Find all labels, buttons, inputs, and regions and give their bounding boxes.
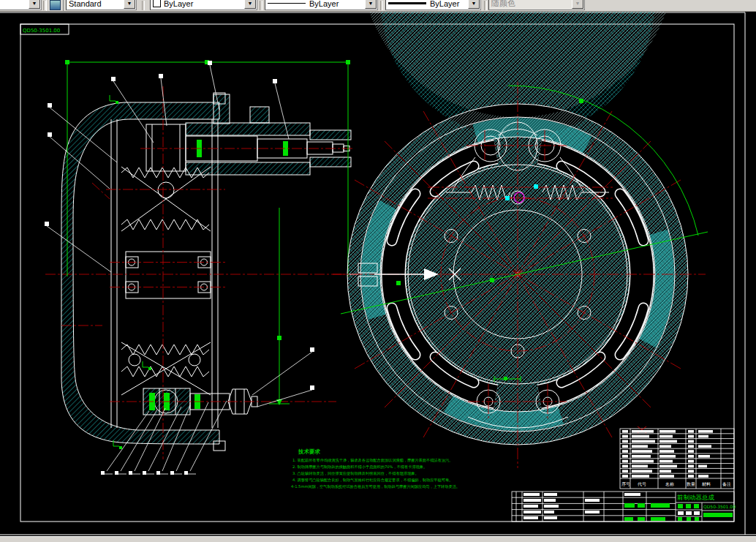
grip-cyan [534,184,538,189]
dropdown-arrow[interactable]: ▼ [365,0,377,9]
corner-label: QD50-3501.00 [23,28,60,34]
drum-front-view [333,0,708,468]
dropdown-arrow[interactable]: ▼ [468,0,480,9]
svg-text:2. 制动蹄摩擦片与制动鼓的接触面积不得小于总面积的70%，: 2. 制动蹄摩擦片与制动鼓的接触面积不得小于总面积的70%，不得有卡滞现象。 [292,464,427,470]
plotstyle-value: 随颜色 [491,0,515,9]
lineweight-value: ByLayer [430,0,459,8]
grip-cyan [505,196,510,200]
color-control-combo[interactable]: ByLayer ▼ [150,0,257,10]
dropdown-arrow[interactable]: ▼ [124,0,135,9]
toolbar: ▼ Standard ▼ ByLayer ▼ ByLayer ▼ ByLayer… [0,0,756,12]
bom-row-text-bars [622,430,713,478]
svg-text:3. 凸轮轴转动灵活，回位弹簧应使制动蹄及时彻底回位，不得有: 3. 凸轮轴转动灵活，回位弹簧应使制动蹄及时彻底回位，不得有阻滞现象。 [292,471,419,476]
drawing-title: 前制动器总成 [677,494,715,501]
plate-internals [121,167,211,395]
color-value: ByLayer [164,0,193,8]
svg-text:4-1.5mm间隙，空气制动系统经试验合格后方可使用，制动鼓: 4-1.5mm间隙，空气制动系统经试验合格后方可使用，制动鼓与摩擦片间隙应均匀，… [291,484,460,489]
svg-text:序号: 序号 [621,481,630,486]
color-swatch [153,0,161,7]
tech-notes: 技术要求 1. 装配前所有零件均须清洗干净，轴承及各运动配合面涂以润滑脂，摩擦片… [291,448,460,489]
title-block: 前制动器总成 QD50-3501.00 [512,492,736,522]
svg-text:技术要求: 技术要求 [298,448,321,455]
svg-text:4. 调整臂与凸轮轴配合良好，制动气室推杆行程应符合规定要求: 4. 调整臂与凸轮轴配合良好，制动气室推杆行程应符合规定要求，不得偏斜，制动应平… [292,478,453,483]
dropdown-arrow: ▼ [572,0,583,9]
dropdown-arrow[interactable]: ▼ [29,0,40,9]
drum-shell-section [61,102,219,444]
drawing-number: QD50-3501.00 [703,504,736,509]
left-section-view [45,60,360,475]
lineweight-combo[interactable]: ByLayer ▼ [385,0,481,10]
bom-table: 序号 代号 名称 数量 材料 备注 [620,426,734,489]
linetype-combo[interactable]: ByLayer ▼ [265,0,378,10]
dropdown-arrow[interactable]: ▼ [244,0,256,9]
table-style-icon [50,0,61,10]
status-bar [0,536,756,542]
plotstyle-combo: 随颜色 ▼ [488,0,585,10]
svg-text:代号: 代号 [637,481,646,486]
cad-application-window: { "toolbar": { "partial_combo_arrow": "▼… [0,0,756,542]
linetype-glyph [268,3,306,4]
svg-text:数量: 数量 [687,481,695,486]
text-style-manager-button[interactable] [46,0,64,12]
svg-text:名称: 名称 [665,481,674,487]
text-style-value: Standard [69,0,102,8]
text-style-combo[interactable]: Standard ▼ [66,0,137,10]
svg-text:备注: 备注 [722,481,731,487]
linetype-value: ByLayer [309,0,339,8]
drawing-canvas[interactable]: QD50-3501.00 [0,0,756,542]
svg-text:1. 装配前所有零件均须清洗干净，轴承及各运动配合面涂以润滑: 1. 装配前所有零件均须清洗干净，轴承及各运动配合面涂以润滑脂，摩擦片表面不得沾… [292,458,453,463]
layer-combo-partial[interactable]: ▼ [0,0,42,10]
lineweight-glyph [388,2,426,4]
svg-text:材料: 材料 [701,481,711,487]
